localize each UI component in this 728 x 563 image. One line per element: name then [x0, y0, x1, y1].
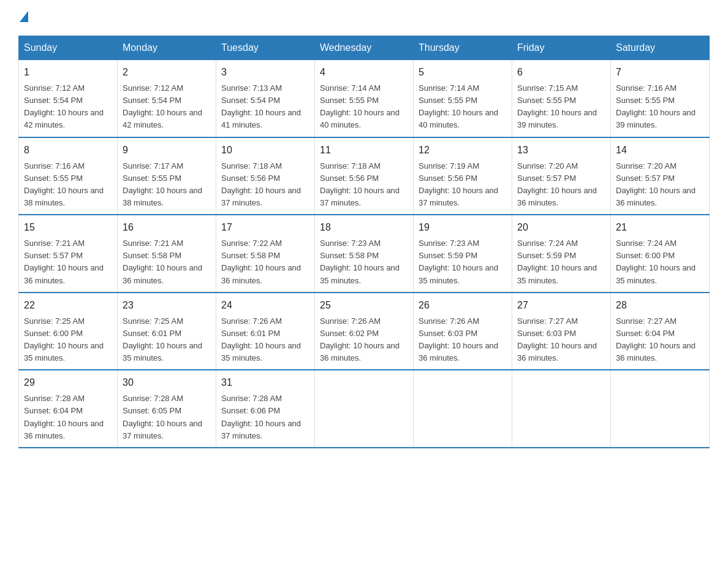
day-info: Sunrise: 7:14 AMSunset: 5:55 PMDaylight:… — [419, 83, 498, 129]
day-number: 25 — [320, 298, 408, 313]
calendar-header-tuesday: Tuesday — [216, 36, 315, 60]
calendar-week-row: 15 Sunrise: 7:21 AMSunset: 5:57 PMDaylig… — [19, 215, 710, 293]
day-number: 19 — [419, 220, 507, 235]
day-info: Sunrise: 7:24 AMSunset: 5:59 PMDaylight:… — [517, 239, 597, 285]
day-number: 13 — [517, 143, 605, 158]
day-number: 12 — [419, 143, 507, 158]
day-number: 2 — [123, 65, 211, 80]
day-info: Sunrise: 7:27 AMSunset: 6:04 PMDaylight:… — [616, 316, 696, 362]
calendar-week-row: 8 Sunrise: 7:16 AMSunset: 5:55 PMDayligh… — [19, 137, 710, 215]
calendar-day-cell: 16 Sunrise: 7:21 AMSunset: 5:58 PMDaylig… — [118, 215, 216, 293]
day-number: 5 — [419, 65, 507, 80]
day-info: Sunrise: 7:13 AMSunset: 5:54 PMDaylight:… — [221, 83, 301, 129]
calendar-day-cell: 12 Sunrise: 7:19 AMSunset: 5:56 PMDaylig… — [414, 137, 512, 215]
calendar-day-cell: 3 Sunrise: 7:13 AMSunset: 5:54 PMDayligh… — [216, 60, 315, 137]
calendar-day-cell: 2 Sunrise: 7:12 AMSunset: 5:54 PMDayligh… — [118, 60, 216, 137]
day-number: 21 — [616, 220, 704, 235]
day-info: Sunrise: 7:26 AMSunset: 6:01 PMDaylight:… — [221, 316, 301, 362]
day-number: 29 — [24, 375, 112, 390]
calendar-day-cell: 31 Sunrise: 7:28 AMSunset: 6:06 PMDaylig… — [216, 370, 315, 448]
day-number: 22 — [24, 298, 112, 313]
day-number: 28 — [616, 298, 704, 313]
day-number: 1 — [24, 65, 112, 80]
day-info: Sunrise: 7:20 AMSunset: 5:57 PMDaylight:… — [616, 161, 696, 207]
day-info: Sunrise: 7:26 AMSunset: 6:03 PMDaylight:… — [419, 316, 498, 362]
day-info: Sunrise: 7:20 AMSunset: 5:57 PMDaylight:… — [517, 161, 597, 207]
day-info: Sunrise: 7:23 AMSunset: 5:58 PMDaylight:… — [320, 239, 400, 285]
day-number: 27 — [517, 298, 605, 313]
calendar-week-row: 29 Sunrise: 7:28 AMSunset: 6:04 PMDaylig… — [19, 370, 710, 448]
calendar-day-cell: 4 Sunrise: 7:14 AMSunset: 5:55 PMDayligh… — [315, 60, 414, 137]
logo-triangle-icon — [20, 11, 28, 22]
calendar-day-cell: 21 Sunrise: 7:24 AMSunset: 6:00 PMDaylig… — [611, 215, 710, 293]
calendar-day-cell: 27 Sunrise: 7:27 AMSunset: 6:03 PMDaylig… — [512, 293, 611, 370]
calendar-day-cell — [315, 370, 414, 448]
day-info: Sunrise: 7:21 AMSunset: 5:57 PMDaylight:… — [24, 239, 104, 285]
calendar-header-friday: Friday — [512, 36, 611, 60]
day-info: Sunrise: 7:16 AMSunset: 5:55 PMDaylight:… — [616, 83, 696, 129]
day-info: Sunrise: 7:18 AMSunset: 5:56 PMDaylight:… — [320, 161, 400, 207]
calendar-week-row: 1 Sunrise: 7:12 AMSunset: 5:54 PMDayligh… — [19, 60, 710, 137]
day-number: 10 — [221, 143, 309, 158]
day-info: Sunrise: 7:12 AMSunset: 5:54 PMDaylight:… — [24, 83, 104, 129]
day-number: 11 — [320, 143, 408, 158]
calendar-day-cell: 30 Sunrise: 7:28 AMSunset: 6:05 PMDaylig… — [118, 370, 216, 448]
calendar-day-cell: 22 Sunrise: 7:25 AMSunset: 6:00 PMDaylig… — [19, 293, 118, 370]
day-number: 3 — [221, 65, 309, 80]
day-number: 16 — [123, 220, 211, 235]
calendar-header-saturday: Saturday — [611, 36, 710, 60]
day-number: 4 — [320, 65, 408, 80]
calendar-day-cell: 25 Sunrise: 7:26 AMSunset: 6:02 PMDaylig… — [315, 293, 414, 370]
day-number: 15 — [24, 220, 112, 235]
calendar-day-cell: 19 Sunrise: 7:23 AMSunset: 5:59 PMDaylig… — [414, 215, 512, 293]
calendar-day-cell: 20 Sunrise: 7:24 AMSunset: 5:59 PMDaylig… — [512, 215, 611, 293]
calendar-day-cell: 23 Sunrise: 7:25 AMSunset: 6:01 PMDaylig… — [118, 293, 216, 370]
calendar-day-cell: 14 Sunrise: 7:20 AMSunset: 5:57 PMDaylig… — [611, 137, 710, 215]
day-number: 31 — [221, 375, 309, 390]
calendar-day-cell — [512, 370, 611, 448]
day-info: Sunrise: 7:25 AMSunset: 6:01 PMDaylight:… — [123, 316, 202, 362]
day-number: 9 — [123, 143, 211, 158]
day-info: Sunrise: 7:26 AMSunset: 6:02 PMDaylight:… — [320, 316, 400, 362]
day-info: Sunrise: 7:25 AMSunset: 6:00 PMDaylight:… — [24, 316, 104, 362]
calendar-day-cell: 8 Sunrise: 7:16 AMSunset: 5:55 PMDayligh… — [19, 137, 118, 215]
calendar-week-row: 22 Sunrise: 7:25 AMSunset: 6:00 PMDaylig… — [19, 293, 710, 370]
day-info: Sunrise: 7:28 AMSunset: 6:06 PMDaylight:… — [221, 394, 301, 440]
calendar-day-cell: 28 Sunrise: 7:27 AMSunset: 6:04 PMDaylig… — [611, 293, 710, 370]
calendar-day-cell: 5 Sunrise: 7:14 AMSunset: 5:55 PMDayligh… — [414, 60, 512, 137]
day-info: Sunrise: 7:28 AMSunset: 6:05 PMDaylight:… — [123, 394, 202, 440]
day-number: 23 — [123, 298, 211, 313]
calendar-day-cell: 17 Sunrise: 7:22 AMSunset: 5:58 PMDaylig… — [216, 215, 315, 293]
day-number: 8 — [24, 143, 112, 158]
day-info: Sunrise: 7:17 AMSunset: 5:55 PMDaylight:… — [123, 161, 202, 207]
day-info: Sunrise: 7:19 AMSunset: 5:56 PMDaylight:… — [419, 161, 498, 207]
calendar-day-cell: 9 Sunrise: 7:17 AMSunset: 5:55 PMDayligh… — [118, 137, 216, 215]
day-info: Sunrise: 7:22 AMSunset: 5:58 PMDaylight:… — [221, 239, 301, 285]
calendar-day-cell: 24 Sunrise: 7:26 AMSunset: 6:01 PMDaylig… — [216, 293, 315, 370]
calendar-day-cell: 10 Sunrise: 7:18 AMSunset: 5:56 PMDaylig… — [216, 137, 315, 215]
calendar-day-cell: 13 Sunrise: 7:20 AMSunset: 5:57 PMDaylig… — [512, 137, 611, 215]
day-number: 6 — [517, 65, 605, 80]
day-number: 30 — [123, 375, 211, 390]
page-header — [18, 12, 710, 23]
calendar-header-sunday: Sunday — [19, 36, 118, 60]
calendar-day-cell: 6 Sunrise: 7:15 AMSunset: 5:55 PMDayligh… — [512, 60, 611, 137]
calendar-day-cell: 7 Sunrise: 7:16 AMSunset: 5:55 PMDayligh… — [611, 60, 710, 137]
calendar-day-cell: 1 Sunrise: 7:12 AMSunset: 5:54 PMDayligh… — [19, 60, 118, 137]
day-info: Sunrise: 7:12 AMSunset: 5:54 PMDaylight:… — [123, 83, 202, 129]
calendar-header-thursday: Thursday — [414, 36, 512, 60]
day-number: 26 — [419, 298, 507, 313]
day-number: 18 — [320, 220, 408, 235]
day-number: 7 — [616, 65, 704, 80]
calendar-day-cell: 11 Sunrise: 7:18 AMSunset: 5:56 PMDaylig… — [315, 137, 414, 215]
day-number: 14 — [616, 143, 704, 158]
day-info: Sunrise: 7:28 AMSunset: 6:04 PMDaylight:… — [24, 394, 104, 440]
day-info: Sunrise: 7:24 AMSunset: 6:00 PMDaylight:… — [616, 239, 696, 285]
calendar-header-wednesday: Wednesday — [315, 36, 414, 60]
calendar-header-row: SundayMondayTuesdayWednesdayThursdayFrid… — [19, 36, 710, 60]
calendar-day-cell: 26 Sunrise: 7:26 AMSunset: 6:03 PMDaylig… — [414, 293, 512, 370]
day-info: Sunrise: 7:14 AMSunset: 5:55 PMDaylight:… — [320, 83, 400, 129]
calendar-header-monday: Monday — [118, 36, 216, 60]
calendar-day-cell: 29 Sunrise: 7:28 AMSunset: 6:04 PMDaylig… — [19, 370, 118, 448]
day-number: 17 — [221, 220, 309, 235]
